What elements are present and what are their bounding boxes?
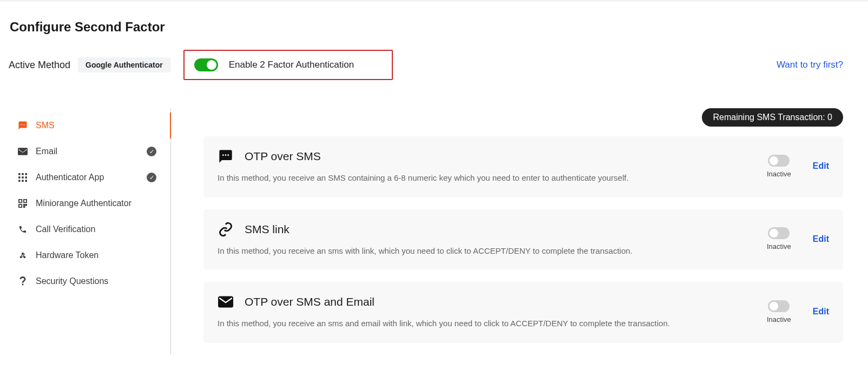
active-method-block: Active Method Google Authenticator: [9, 57, 170, 72]
sidebar: SMS Email ✓ Authenticator App ✓: [9, 108, 171, 355]
edit-link[interactable]: Edit: [813, 307, 829, 316]
svg-rect-11: [25, 180, 27, 182]
enable-2fa-toggle[interactable]: [194, 58, 218, 71]
svg-point-20: [24, 256, 25, 258]
email-icon: [17, 146, 28, 157]
sidebar-item-security-questions[interactable]: Security Questions: [9, 268, 170, 294]
sidebar-item-label: Authenticator App: [36, 173, 104, 182]
method-description: In this method, you receive an sms and e…: [218, 318, 756, 330]
svg-point-21: [222, 154, 224, 156]
svg-point-19: [22, 253, 24, 254]
sidebar-item-call-verification[interactable]: Call Verification: [9, 216, 170, 242]
method-status-label: Inactive: [767, 170, 791, 178]
method-title: SMS link: [245, 223, 290, 236]
method-description: In this method, you receive an sms with …: [218, 245, 756, 258]
svg-rect-10: [22, 180, 24, 182]
active-method-badge: Google Authenticator: [78, 57, 170, 72]
svg-rect-17: [24, 206, 25, 207]
check-icon: ✓: [147, 173, 156, 182]
edit-link[interactable]: Edit: [813, 234, 829, 244]
method-title: OTP over SMS: [245, 150, 321, 163]
sms-icon: [17, 120, 28, 131]
sidebar-item-hardware-token[interactable]: Hardware Token: [9, 242, 170, 268]
method-status-label: Inactive: [767, 242, 791, 250]
sidebar-item-email[interactable]: Email ✓: [9, 138, 170, 164]
method-description: In this method, you receive an SMS conta…: [218, 172, 756, 184]
sidebar-item-label: Call Verification: [36, 225, 95, 234]
enable-2fa-highlight: Enable 2 Factor Authentication: [183, 50, 393, 80]
grid-icon: [17, 172, 28, 183]
svg-point-0: [21, 124, 22, 126]
svg-rect-3: [18, 173, 21, 175]
check-icon: ✓: [147, 147, 156, 156]
method-status-label: Inactive: [767, 315, 791, 324]
qr-icon: [17, 198, 28, 209]
method-toggle[interactable]: [768, 227, 790, 239]
method-toggle[interactable]: [768, 300, 790, 312]
svg-point-2: [24, 124, 25, 126]
svg-rect-9: [18, 180, 21, 182]
page-title: Configure Second Factor: [10, 19, 859, 35]
sidebar-item-sms[interactable]: SMS: [9, 113, 170, 138]
try-first-link[interactable]: Want to try first?: [777, 60, 843, 70]
svg-rect-15: [24, 205, 25, 206]
svg-rect-16: [25, 205, 27, 206]
sidebar-item-label: Hardware Token: [36, 250, 98, 260]
enable-2fa-label: Enable 2 Factor Authentication: [229, 60, 354, 70]
question-icon: [17, 276, 28, 287]
sidebar-item-label: Security Questions: [36, 276, 108, 286]
method-card-otp-sms-email: OTP over SMS and Email In this method, y…: [203, 282, 843, 343]
method-card-otp-sms: OTP over SMS In this method, you receive…: [203, 136, 843, 197]
method-title: OTP over SMS and Email: [245, 295, 374, 308]
main-panel: Remaining SMS Transaction: 0 OTP over SM…: [171, 108, 859, 355]
svg-rect-4: [22, 173, 24, 175]
svg-point-23: [227, 154, 229, 156]
svg-point-22: [225, 154, 227, 156]
envelope-icon: [218, 294, 234, 310]
active-method-label: Active Method: [9, 60, 70, 71]
edit-link[interactable]: Edit: [813, 161, 829, 171]
svg-rect-8: [25, 176, 27, 179]
remaining-sms-badge: Remaining SMS Transaction: 0: [702, 108, 843, 127]
hardware-icon: [17, 250, 28, 261]
svg-rect-14: [19, 205, 22, 207]
svg-rect-6: [18, 176, 21, 179]
svg-point-1: [22, 124, 23, 126]
svg-rect-7: [22, 176, 24, 179]
svg-rect-13: [24, 200, 27, 202]
phone-icon: [17, 224, 28, 235]
svg-point-18: [20, 256, 22, 258]
header-row: Active Method Google Authenticator Enabl…: [9, 50, 859, 80]
sidebar-item-label: Email: [36, 147, 57, 156]
sidebar-item-label: SMS: [36, 121, 55, 130]
sidebar-item-label: Miniorange Authenticator: [36, 199, 131, 208]
svg-rect-12: [19, 200, 22, 202]
svg-rect-5: [25, 173, 27, 175]
sms-bubble-icon: [218, 148, 234, 164]
sidebar-item-authenticator-app[interactable]: Authenticator App ✓: [9, 164, 170, 190]
method-toggle[interactable]: [768, 155, 790, 167]
method-card-sms-link: SMS link In this method, you receive an …: [203, 209, 843, 271]
link-icon: [218, 221, 234, 238]
sidebar-item-miniorange-authenticator[interactable]: Miniorange Authenticator: [9, 190, 170, 216]
